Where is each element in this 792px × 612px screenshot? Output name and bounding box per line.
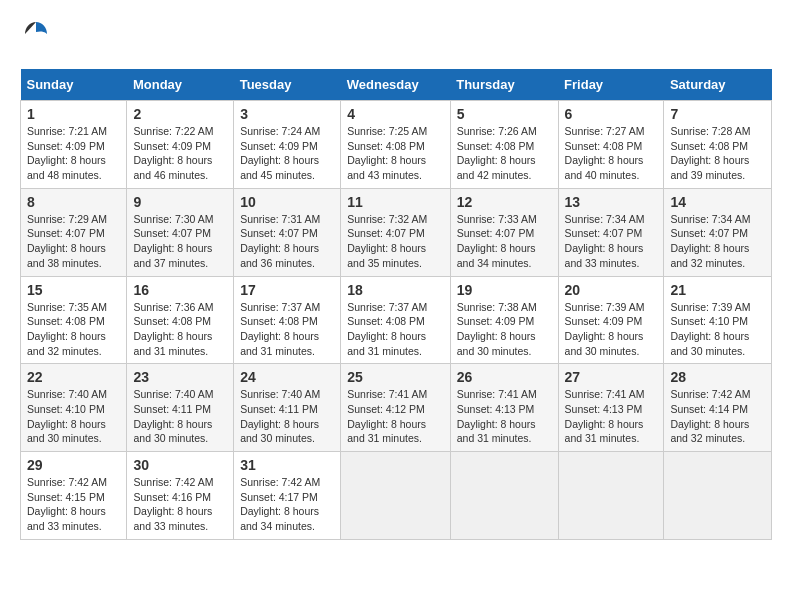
day-number: 6: [565, 106, 658, 122]
calendar-day-cell: 18 Sunrise: 7:37 AM Sunset: 4:08 PM Dayl…: [341, 276, 450, 364]
day-info: Sunrise: 7:26 AM Sunset: 4:08 PM Dayligh…: [457, 124, 552, 183]
calendar-day-cell: 8 Sunrise: 7:29 AM Sunset: 4:07 PM Dayli…: [21, 188, 127, 276]
calendar-day-cell: 25 Sunrise: 7:41 AM Sunset: 4:12 PM Dayl…: [341, 364, 450, 452]
day-number: 12: [457, 194, 552, 210]
calendar-day-cell: 24 Sunrise: 7:40 AM Sunset: 4:11 PM Dayl…: [234, 364, 341, 452]
calendar-day-cell: 23 Sunrise: 7:40 AM Sunset: 4:11 PM Dayl…: [127, 364, 234, 452]
day-number: 17: [240, 282, 334, 298]
day-number: 10: [240, 194, 334, 210]
calendar-day-cell: 10 Sunrise: 7:31 AM Sunset: 4:07 PM Dayl…: [234, 188, 341, 276]
calendar-day-cell: 31 Sunrise: 7:42 AM Sunset: 4:17 PM Dayl…: [234, 452, 341, 540]
calendar-week-row: 29 Sunrise: 7:42 AM Sunset: 4:15 PM Dayl…: [21, 452, 772, 540]
day-info: Sunrise: 7:40 AM Sunset: 4:10 PM Dayligh…: [27, 387, 120, 446]
day-number: 14: [670, 194, 765, 210]
calendar-day-cell: 13 Sunrise: 7:34 AM Sunset: 4:07 PM Dayl…: [558, 188, 664, 276]
calendar-day-cell: [450, 452, 558, 540]
calendar-week-row: 15 Sunrise: 7:35 AM Sunset: 4:08 PM Dayl…: [21, 276, 772, 364]
weekday-header-cell: Friday: [558, 69, 664, 101]
weekday-header-cell: Monday: [127, 69, 234, 101]
day-info: Sunrise: 7:42 AM Sunset: 4:15 PM Dayligh…: [27, 475, 120, 534]
day-number: 9: [133, 194, 227, 210]
day-number: 16: [133, 282, 227, 298]
calendar-day-cell: 28 Sunrise: 7:42 AM Sunset: 4:14 PM Dayl…: [664, 364, 772, 452]
calendar-day-cell: 27 Sunrise: 7:41 AM Sunset: 4:13 PM Dayl…: [558, 364, 664, 452]
day-info: Sunrise: 7:42 AM Sunset: 4:16 PM Dayligh…: [133, 475, 227, 534]
day-number: 1: [27, 106, 120, 122]
calendar-day-cell: [341, 452, 450, 540]
calendar-day-cell: 9 Sunrise: 7:30 AM Sunset: 4:07 PM Dayli…: [127, 188, 234, 276]
day-info: Sunrise: 7:29 AM Sunset: 4:07 PM Dayligh…: [27, 212, 120, 271]
calendar-week-row: 1 Sunrise: 7:21 AM Sunset: 4:09 PM Dayli…: [21, 101, 772, 189]
day-number: 11: [347, 194, 443, 210]
day-number: 2: [133, 106, 227, 122]
day-number: 23: [133, 369, 227, 385]
day-info: Sunrise: 7:35 AM Sunset: 4:08 PM Dayligh…: [27, 300, 120, 359]
calendar-day-cell: 15 Sunrise: 7:35 AM Sunset: 4:08 PM Dayl…: [21, 276, 127, 364]
day-info: Sunrise: 7:22 AM Sunset: 4:09 PM Dayligh…: [133, 124, 227, 183]
day-info: Sunrise: 7:36 AM Sunset: 4:08 PM Dayligh…: [133, 300, 227, 359]
calendar-day-cell: 29 Sunrise: 7:42 AM Sunset: 4:15 PM Dayl…: [21, 452, 127, 540]
calendar-day-cell: 1 Sunrise: 7:21 AM Sunset: 4:09 PM Dayli…: [21, 101, 127, 189]
day-number: 4: [347, 106, 443, 122]
calendar-day-cell: [664, 452, 772, 540]
day-info: Sunrise: 7:28 AM Sunset: 4:08 PM Dayligh…: [670, 124, 765, 183]
day-info: Sunrise: 7:37 AM Sunset: 4:08 PM Dayligh…: [240, 300, 334, 359]
day-number: 18: [347, 282, 443, 298]
day-number: 26: [457, 369, 552, 385]
calendar-day-cell: 7 Sunrise: 7:28 AM Sunset: 4:08 PM Dayli…: [664, 101, 772, 189]
weekday-header-cell: Thursday: [450, 69, 558, 101]
day-number: 13: [565, 194, 658, 210]
calendar-day-cell: 26 Sunrise: 7:41 AM Sunset: 4:13 PM Dayl…: [450, 364, 558, 452]
day-info: Sunrise: 7:38 AM Sunset: 4:09 PM Dayligh…: [457, 300, 552, 359]
day-number: 29: [27, 457, 120, 473]
calendar-day-cell: 11 Sunrise: 7:32 AM Sunset: 4:07 PM Dayl…: [341, 188, 450, 276]
day-info: Sunrise: 7:41 AM Sunset: 4:13 PM Dayligh…: [457, 387, 552, 446]
day-number: 8: [27, 194, 120, 210]
day-info: Sunrise: 7:24 AM Sunset: 4:09 PM Dayligh…: [240, 124, 334, 183]
day-info: Sunrise: 7:31 AM Sunset: 4:07 PM Dayligh…: [240, 212, 334, 271]
logo-icon: [22, 20, 50, 48]
day-number: 28: [670, 369, 765, 385]
day-info: Sunrise: 7:41 AM Sunset: 4:12 PM Dayligh…: [347, 387, 443, 446]
day-number: 7: [670, 106, 765, 122]
day-info: Sunrise: 7:25 AM Sunset: 4:08 PM Dayligh…: [347, 124, 443, 183]
logo: [20, 20, 50, 53]
day-number: 27: [565, 369, 658, 385]
day-info: Sunrise: 7:40 AM Sunset: 4:11 PM Dayligh…: [240, 387, 334, 446]
day-number: 5: [457, 106, 552, 122]
weekday-header-cell: Wednesday: [341, 69, 450, 101]
day-info: Sunrise: 7:42 AM Sunset: 4:14 PM Dayligh…: [670, 387, 765, 446]
calendar-day-cell: 12 Sunrise: 7:33 AM Sunset: 4:07 PM Dayl…: [450, 188, 558, 276]
day-number: 31: [240, 457, 334, 473]
calendar-day-cell: 2 Sunrise: 7:22 AM Sunset: 4:09 PM Dayli…: [127, 101, 234, 189]
calendar-day-cell: 22 Sunrise: 7:40 AM Sunset: 4:10 PM Dayl…: [21, 364, 127, 452]
day-number: 20: [565, 282, 658, 298]
calendar-body: 1 Sunrise: 7:21 AM Sunset: 4:09 PM Dayli…: [21, 101, 772, 540]
calendar-day-cell: 5 Sunrise: 7:26 AM Sunset: 4:08 PM Dayli…: [450, 101, 558, 189]
day-info: Sunrise: 7:27 AM Sunset: 4:08 PM Dayligh…: [565, 124, 658, 183]
day-number: 19: [457, 282, 552, 298]
calendar-day-cell: [558, 452, 664, 540]
weekday-header-row: SundayMondayTuesdayWednesdayThursdayFrid…: [21, 69, 772, 101]
day-info: Sunrise: 7:34 AM Sunset: 4:07 PM Dayligh…: [565, 212, 658, 271]
day-number: 15: [27, 282, 120, 298]
day-number: 3: [240, 106, 334, 122]
calendar-day-cell: 17 Sunrise: 7:37 AM Sunset: 4:08 PM Dayl…: [234, 276, 341, 364]
day-info: Sunrise: 7:41 AM Sunset: 4:13 PM Dayligh…: [565, 387, 658, 446]
day-info: Sunrise: 7:39 AM Sunset: 4:09 PM Dayligh…: [565, 300, 658, 359]
calendar-day-cell: 4 Sunrise: 7:25 AM Sunset: 4:08 PM Dayli…: [341, 101, 450, 189]
day-info: Sunrise: 7:34 AM Sunset: 4:07 PM Dayligh…: [670, 212, 765, 271]
day-number: 24: [240, 369, 334, 385]
day-info: Sunrise: 7:37 AM Sunset: 4:08 PM Dayligh…: [347, 300, 443, 359]
day-info: Sunrise: 7:39 AM Sunset: 4:10 PM Dayligh…: [670, 300, 765, 359]
calendar-day-cell: 16 Sunrise: 7:36 AM Sunset: 4:08 PM Dayl…: [127, 276, 234, 364]
calendar-day-cell: 14 Sunrise: 7:34 AM Sunset: 4:07 PM Dayl…: [664, 188, 772, 276]
calendar-week-row: 8 Sunrise: 7:29 AM Sunset: 4:07 PM Dayli…: [21, 188, 772, 276]
weekday-header-cell: Tuesday: [234, 69, 341, 101]
calendar-day-cell: 19 Sunrise: 7:38 AM Sunset: 4:09 PM Dayl…: [450, 276, 558, 364]
day-number: 30: [133, 457, 227, 473]
day-number: 21: [670, 282, 765, 298]
day-info: Sunrise: 7:21 AM Sunset: 4:09 PM Dayligh…: [27, 124, 120, 183]
day-info: Sunrise: 7:30 AM Sunset: 4:07 PM Dayligh…: [133, 212, 227, 271]
day-info: Sunrise: 7:32 AM Sunset: 4:07 PM Dayligh…: [347, 212, 443, 271]
